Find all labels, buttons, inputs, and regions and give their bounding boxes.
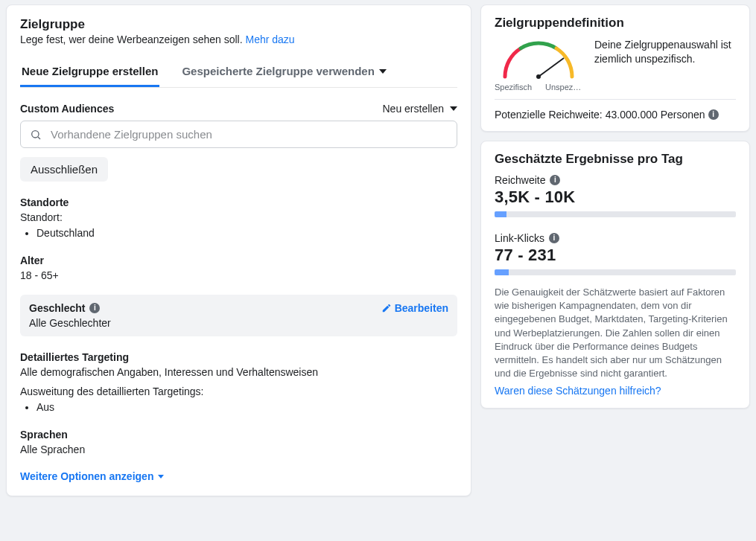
estimates-feedback-link[interactable]: Waren diese Schätzungen hilfreich? [495, 385, 661, 397]
info-icon[interactable]: i [708, 109, 719, 120]
clicks-metric-text: Link-Klicks [495, 232, 544, 244]
pencil-icon [381, 303, 392, 313]
age-block: Alter 18 - 65+ [20, 255, 457, 281]
location-kind: Standort: [20, 211, 457, 223]
languages-value: Alle Sprachen [20, 444, 457, 455]
gender-label: Geschlecht [29, 302, 85, 314]
location-item: Deutschland [36, 226, 457, 240]
section-subtitle: Lege fest, wer deine Werbeanzeigen sehen… [20, 33, 457, 45]
reach-bar [495, 211, 736, 217]
chevron-down-icon [158, 475, 164, 478]
more-options-button[interactable]: Weitere Optionen anzeigen [20, 470, 457, 482]
tab-saved-audience[interactable]: Gespeicherte Zielgruppe verwenden [180, 59, 387, 87]
tabs: Neue Zielgruppe erstellen Gespeicherte Z… [20, 59, 457, 88]
metric-clicks-value: 77 - 231 [495, 246, 736, 265]
svg-line-2 [539, 58, 564, 77]
detailed-ext-value: Aus [36, 400, 457, 414]
custom-audiences-label: Custom Audiences [20, 103, 114, 115]
detailed-targeting-block: Detailliertes Targeting Alle demografisc… [20, 351, 457, 414]
reach-metric-text: Reichweite [495, 174, 545, 186]
detailed-value: Alle demografischen Angaben, Interessen … [20, 366, 457, 378]
exclude-button[interactable]: Ausschließen [20, 157, 108, 182]
info-icon[interactable]: i [550, 175, 560, 185]
svg-line-1 [38, 137, 40, 139]
gender-block: Geschlecht i Bearbeiten Alle Geschlechte… [20, 295, 457, 336]
languages-label: Sprachen [20, 429, 457, 441]
age-value: 18 - 65+ [20, 269, 457, 281]
info-icon[interactable]: i [89, 303, 100, 313]
learn-more-link[interactable]: Mehr dazu [246, 33, 295, 45]
gauge-icon [495, 38, 582, 83]
gauge-label-broad: Unspezifi… [545, 83, 582, 92]
tab-create-audience[interactable]: Neue Zielgruppe erstellen [20, 59, 159, 87]
reach-value: 43.000.000 Personen [606, 109, 705, 121]
locations-label: Standorte [20, 196, 457, 208]
age-label: Alter [20, 255, 457, 266]
detailed-ext-label: Ausweitung des detaillierten Targetings: [20, 385, 457, 397]
detailed-label: Detailliertes Targeting [20, 351, 457, 363]
metric-reach-value: 3,5K - 10K [495, 188, 736, 207]
info-icon[interactable]: i [549, 233, 559, 243]
locations-block: Standorte Standort: Deutschland [20, 196, 457, 240]
edit-label: Bearbeiten [395, 302, 448, 314]
clicks-bar-fill [495, 269, 509, 275]
audience-search-input[interactable] [49, 127, 448, 141]
more-options-label: Weitere Optionen anzeigen [20, 470, 153, 482]
metric-clicks-label: Link-Klicks i [495, 232, 736, 244]
subtitle-text: Lege fest, wer deine Werbeanzeigen sehen… [20, 33, 243, 45]
reach-bar-fill [495, 211, 506, 217]
audience-search[interactable] [20, 121, 457, 148]
clicks-bar [495, 269, 736, 275]
languages-block: Sprachen Alle Sprachen [20, 429, 457, 455]
search-icon [30, 129, 42, 141]
metric-reach-label: Reichweite i [495, 174, 736, 186]
estimates-footnote: Die Genauigkeit der Schätzwerte basiert … [495, 286, 736, 380]
svg-point-0 [32, 130, 39, 137]
reach-label: Potenzielle Reichweite: [495, 109, 603, 121]
section-title: Zielgruppe [20, 17, 457, 32]
audience-panel: Zielgruppe Lege fest, wer deine Werbeanz… [6, 4, 471, 496]
svg-point-3 [536, 74, 541, 79]
gauge: Spezifisch Unspezifi… [495, 38, 582, 90]
chevron-down-icon [450, 106, 457, 111]
estimates-title: Geschätzte Ergebnisse pro Tag [495, 152, 736, 167]
custom-audiences-block: Custom Audiences Neu erstellen Ausschlie… [20, 103, 457, 182]
definition-title: Zielgruppendefinition [495, 16, 736, 31]
tab-saved-label: Gespeicherte Zielgruppe verwenden [182, 65, 374, 77]
chevron-down-icon [379, 69, 387, 74]
edit-gender-button[interactable]: Bearbeiten [381, 302, 448, 314]
daily-estimates-card: Geschätzte Ergebnisse pro Tag Reichweite… [480, 141, 750, 409]
audience-definition-card: Zielgruppendefinition Spezifisch Unspezi… [480, 4, 750, 132]
new-audience-button[interactable]: Neu erstellen [383, 103, 458, 115]
definition-description: Deine Zielgruppenauswahl ist ziemlich un… [594, 38, 736, 66]
potential-reach: Potenzielle Reichweite: 43.000.000 Perso… [495, 109, 736, 121]
new-audience-label: Neu erstellen [383, 103, 445, 115]
gender-value: Alle Geschlechter [29, 317, 448, 329]
gauge-label-specific: Spezifisch [495, 83, 532, 92]
